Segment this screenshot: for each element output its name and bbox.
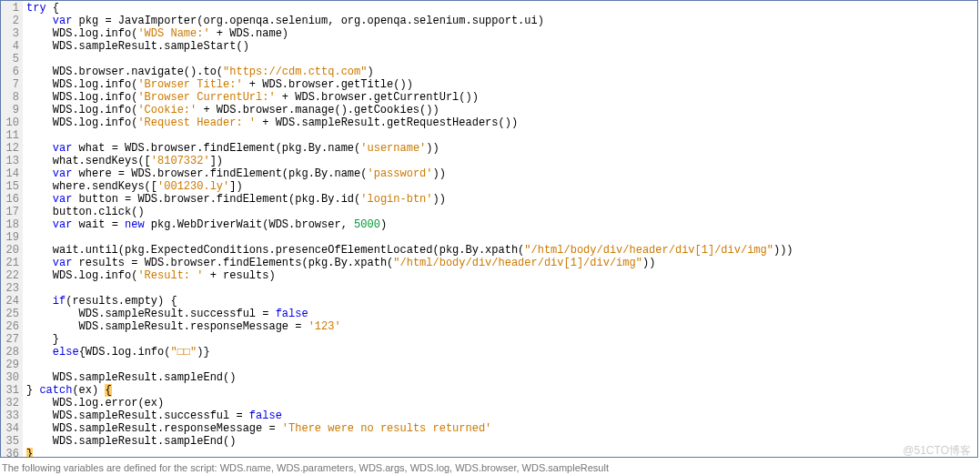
- code-line[interactable]: else{WDS.log.info("□□")}: [26, 346, 977, 359]
- token-str: 'Browser CurrentUrl:': [137, 91, 275, 104]
- line-number: 13: [3, 155, 19, 167]
- line-number: 21: [3, 257, 19, 269]
- token-plain: [26, 167, 53, 180]
- line-number: 3: [3, 27, 19, 40]
- token-plain: what.sendKeys([: [26, 155, 151, 167]
- code-line[interactable]: [26, 359, 977, 371]
- token-plain: (ex): [72, 384, 105, 397]
- line-number: 27: [3, 333, 19, 346]
- token-plain: pkg = JavaImporter(org.openqa.selenium, …: [72, 15, 543, 27]
- code-line[interactable]: [26, 282, 977, 295]
- code-editor[interactable]: 1234567891011121314151617181920212223242…: [0, 0, 978, 458]
- code-line[interactable]: WDS.log.info('Request Header: ' + WDS.sa…: [26, 116, 977, 129]
- token-plain: WDS.browser.navigate().to(: [26, 66, 223, 78]
- token-str: 'Request Header: ': [137, 116, 256, 129]
- token-plain: + WDS.name): [210, 27, 288, 40]
- code-area[interactable]: try { var pkg = JavaImporter(org.openqa.…: [23, 1, 977, 457]
- code-line[interactable]: WDS.sampleResult.sampleStart(): [26, 40, 977, 53]
- token-plain: ): [380, 218, 387, 231]
- code-line[interactable]: var button = WDS.browser.findElement(pkg…: [26, 193, 977, 206]
- code-line[interactable]: }: [26, 448, 977, 457]
- token-plain: ): [367, 66, 373, 78]
- token-plain: [26, 142, 53, 155]
- token-kw: var: [53, 218, 73, 231]
- code-line[interactable]: button.click(): [26, 206, 977, 218]
- line-number: 25: [3, 308, 19, 320]
- token-plain: WDS.sampleResult.sampleStart(): [26, 40, 249, 53]
- token-str: '8107332': [151, 155, 210, 167]
- code-line[interactable]: [26, 53, 977, 66]
- code-line[interactable]: [26, 231, 977, 244]
- code-line[interactable]: what.sendKeys(['8107332']): [26, 155, 977, 167]
- code-line[interactable]: WDS.sampleResult.sampleEnd(): [26, 371, 977, 384]
- code-line[interactable]: if(results.empty) {: [26, 295, 977, 308]
- token-plain: )): [433, 193, 446, 206]
- token-kw: false: [276, 308, 308, 320]
- line-number: 7: [3, 78, 19, 91]
- token-plain: button.click(): [26, 206, 145, 218]
- line-number: 9: [3, 104, 19, 116]
- code-line[interactable]: var results = WDS.browser.findElements(p…: [26, 257, 977, 269]
- code-line[interactable]: } catch(ex) {: [26, 384, 977, 397]
- code-line[interactable]: }: [26, 333, 977, 346]
- token-plain: + results): [203, 269, 275, 282]
- token-plain: pkg.WebDriverWait(WDS.browser,: [145, 218, 354, 231]
- code-line[interactable]: try {: [26, 2, 977, 15]
- code-line[interactable]: WDS.sampleResult.responseMessage = '123': [26, 320, 977, 333]
- code-line[interactable]: var where = WDS.browser.findElement(pkg.…: [26, 167, 977, 180]
- code-line[interactable]: WDS.log.info('Cookie:' + WDS.browser.man…: [26, 104, 977, 116]
- token-kw: var: [53, 193, 73, 206]
- code-line[interactable]: WDS.browser.navigate().to("https://cdm.c…: [26, 66, 977, 78]
- code-line[interactable]: [26, 129, 977, 142]
- line-number: 12: [3, 142, 19, 155]
- token-str: '123': [308, 320, 341, 333]
- code-line[interactable]: where.sendKeys(['001230.ly']): [26, 180, 977, 193]
- token-plain: WDS.sampleResult.successful =: [26, 409, 249, 422]
- token-plain: + WDS.browser.getCurrentUrl()): [276, 91, 479, 104]
- token-plain: {: [46, 2, 59, 15]
- code-line[interactable]: WDS.sampleResult.responseMessage = 'Ther…: [26, 422, 977, 435]
- code-line[interactable]: WDS.log.info('Browser CurrentUrl:' + WDS…: [26, 91, 977, 104]
- token-plain: [26, 218, 53, 231]
- line-number: 33: [3, 409, 19, 422]
- token-plain: ]): [210, 155, 223, 167]
- line-number: 35: [3, 435, 19, 448]
- line-number: 2: [3, 15, 19, 27]
- code-line[interactable]: var pkg = JavaImporter(org.openqa.seleni…: [26, 15, 977, 27]
- token-plain: button = WDS.browser.findElement(pkg.By.…: [72, 193, 360, 206]
- token-plain: )): [426, 142, 439, 155]
- token-plain: WDS.sampleResult.sampleEnd(): [26, 435, 236, 448]
- line-number: 11: [3, 129, 19, 142]
- code-line[interactable]: WDS.sampleResult.successful = false: [26, 409, 977, 422]
- token-plain: WDS.sampleResult.sampleEnd(): [26, 371, 236, 384]
- token-str: "□□": [170, 346, 197, 359]
- line-number: 8: [3, 91, 19, 104]
- code-line[interactable]: WDS.log.info('WDS Name:' + WDS.name): [26, 27, 977, 40]
- code-line[interactable]: WDS.log.info('Result: ' + results): [26, 269, 977, 282]
- token-plain: WDS.log.info(: [26, 27, 137, 40]
- line-number: 34: [3, 422, 19, 435]
- token-plain: [26, 346, 53, 359]
- token-plain: + WDS.browser.getTitle()): [243, 78, 413, 91]
- token-str: 'login-btn': [360, 193, 432, 206]
- line-number: 5: [3, 53, 19, 66]
- code-line[interactable]: WDS.log.error(ex): [26, 397, 977, 409]
- code-line[interactable]: WDS.sampleResult.sampleEnd(): [26, 435, 977, 448]
- token-plain: [26, 15, 53, 27]
- token-kw: catch: [39, 384, 72, 397]
- line-gutter: 1234567891011121314151617181920212223242…: [1, 1, 23, 457]
- token-kw: if: [53, 295, 66, 308]
- code-line[interactable]: WDS.sampleResult.successful = false: [26, 308, 977, 320]
- code-line[interactable]: var wait = new pkg.WebDriverWait(WDS.bro…: [26, 218, 977, 231]
- token-plain: WDS.log.info(: [26, 104, 137, 116]
- line-number: 28: [3, 346, 19, 359]
- line-number: 14: [3, 167, 19, 180]
- line-number: 17: [3, 206, 19, 218]
- token-plain: wait.until(pkg.ExpectedConditions.presen…: [26, 244, 524, 257]
- token-plain: WDS.sampleResult.successful =: [26, 308, 276, 320]
- code-line[interactable]: var what = WDS.browser.findElement(pkg.B…: [26, 142, 977, 155]
- token-plain: WDS.log.error(ex): [26, 397, 164, 409]
- code-line[interactable]: wait.until(pkg.ExpectedConditions.presen…: [26, 244, 977, 257]
- code-line[interactable]: WDS.log.info('Browser Title:' + WDS.brow…: [26, 78, 977, 91]
- token-kw: var: [53, 257, 73, 269]
